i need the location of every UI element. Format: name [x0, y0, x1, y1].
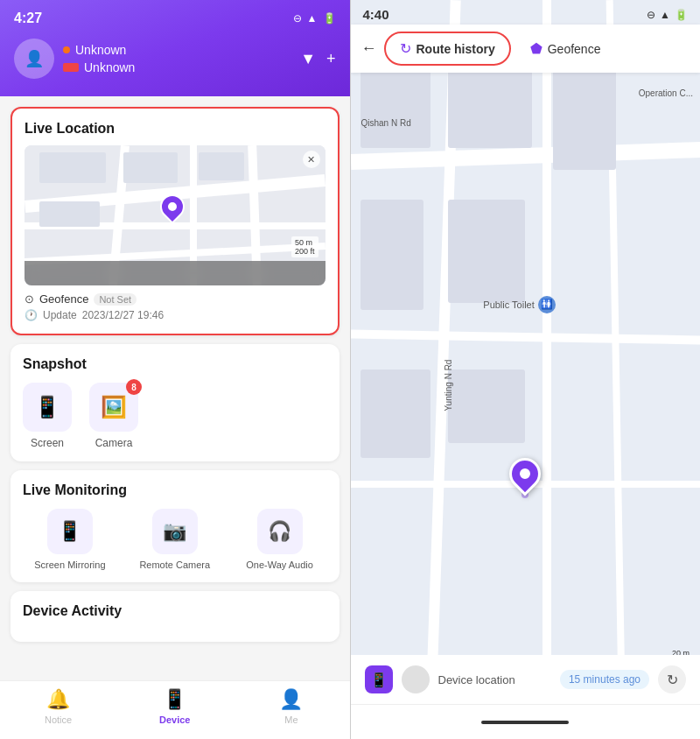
avatar[interactable]: 👤 [14, 39, 54, 79]
update-row: 🕐 Update 2023/12/27 19:46 [24, 309, 326, 321]
left-header: 4:27 ⊖ ▲ 🔋 👤 Unknown Un [0, 0, 350, 96]
me-label: Me [284, 714, 298, 725]
user-names: Unknown Unknown [63, 43, 135, 74]
device-icon-small: 📱 [365, 665, 393, 693]
live-location-card: Live Location 50 m200 ft ✕ [10, 107, 340, 335]
right-signal-icon: ⊖ [647, 9, 655, 21]
device-activity-title: Device Activity [23, 603, 327, 619]
map-block-r3 [553, 60, 616, 171]
snapshot-camera-item[interactable]: 🖼️ 8 Camera [89, 383, 138, 449]
dropdown-button[interactable]: ▼ [300, 50, 316, 68]
right-status-icons: ⊖ ▲ 🔋 [647, 9, 688, 21]
right-wifi-icon: ▲ [660, 9, 670, 21]
battery-icon: 🔋 [323, 12, 336, 25]
road-label-yunting: Yunting N Rd [444, 360, 453, 412]
live-monitoring-card: Live Monitoring 📱 Screen Mirroring 📷 Rem… [10, 470, 340, 582]
map-preview[interactable]: 50 m200 ft ✕ [24, 145, 326, 285]
remote-camera-item[interactable]: 📷 Remote Camera [128, 509, 222, 570]
user-info-row: 👤 Unknown Unknown ▼ + [14, 39, 336, 79]
device-label: Device [159, 714, 190, 725]
snapshot-screen-label: Screen [31, 437, 64, 449]
right-bottom-bar [351, 704, 701, 739]
me-icon: 👤 [279, 688, 303, 711]
device-icon: 📱 [163, 688, 186, 711]
right-map-pin [509, 458, 541, 498]
status-bar-left: 4:27 ⊖ ▲ 🔋 [14, 11, 336, 26]
snapshot-camera-label: Camera [95, 437, 133, 449]
map-road-rh2 [351, 329, 701, 344]
geofence-tab-label: Geofence [548, 42, 601, 56]
map-block [39, 152, 106, 183]
user-name-row-2: Unknown [63, 60, 135, 74]
geofence-tab-icon: ⬟ [530, 40, 542, 57]
map-block-r5 [448, 200, 525, 303]
map-block-r4 [360, 200, 424, 311]
one-way-audio-item[interactable]: 🎧 One-Way Audio [233, 509, 327, 570]
remote-camera-label: Remote Camera [139, 560, 210, 570]
geofence-icon: ⊙ [24, 292, 34, 306]
snapshot-badge: 8 [126, 379, 142, 395]
status-dot-red [63, 63, 79, 72]
left-content: Live Location 50 m200 ft ✕ [0, 96, 350, 680]
camera-monitor-icon: 📷 [163, 520, 186, 543]
update-time: 2023/12/27 19:46 [82, 309, 164, 321]
nav-device[interactable]: 📱 Device [116, 688, 233, 725]
clock-icon: 🕐 [24, 309, 38, 321]
live-monitoring-title: Live Monitoring [23, 482, 327, 498]
screen-icon: 📱 [34, 395, 60, 419]
screen-mirroring-label: Screen Mirroring [34, 560, 105, 570]
road-label-qishan: Qishan N Rd [360, 118, 410, 128]
toilet-icon: 🚻 [538, 296, 556, 313]
user-left-group: 👤 Unknown Unknown [14, 39, 135, 79]
device-activity-card: Device Activity [10, 591, 340, 642]
route-history-tab[interactable]: ↻ Route history [384, 32, 511, 66]
refresh-button[interactable]: ↻ [658, 665, 686, 693]
right-status-bar: 4:40 ⊖ ▲ 🔋 [351, 0, 701, 25]
toilet-marker: Public Toilet 🚻 [483, 296, 556, 313]
route-history-icon: ↻ [400, 40, 411, 57]
left-panel: 4:27 ⊖ ▲ 🔋 👤 Unknown Un [0, 0, 350, 739]
update-label: Update [43, 309, 77, 321]
notice-icon: 🔔 [46, 688, 70, 711]
map-block-r6 [360, 370, 430, 458]
snapshot-screen-icon-wrap: 📱 [23, 383, 72, 432]
camera-icon: 🖼️ [101, 395, 127, 419]
wifi-icon: ▲ [307, 12, 318, 25]
home-indicator [481, 721, 569, 724]
time-display: 4:27 [14, 11, 42, 26]
snapshot-screen-item[interactable]: 📱 Screen [23, 383, 72, 449]
map-blur-bar [24, 261, 326, 285]
device-location-label: Device location [438, 673, 551, 686]
close-button[interactable]: ✕ [303, 151, 320, 168]
add-button[interactable]: + [326, 50, 336, 68]
map-road-rv2 [542, 0, 551, 739]
snapshot-card: Snapshot 📱 Screen 🖼️ 8 Camera [10, 344, 340, 461]
nav-me[interactable]: 👤 Me [233, 688, 349, 725]
back-button[interactable]: ← [361, 36, 384, 61]
bottom-nav: 🔔 Notice 📱 Device 👤 Me [0, 680, 350, 739]
monitoring-grid: 📱 Screen Mirroring 📷 Remote Camera 🎧 One… [23, 509, 327, 570]
user-name-2: Unknown [84, 60, 135, 74]
map-block [199, 152, 244, 180]
status-dot-orange [63, 46, 70, 53]
nav-notice[interactable]: 🔔 Notice [0, 688, 116, 725]
right-nav-bar: ← ↻ Route history ⬟ Geofence [351, 25, 701, 73]
geofence-tab[interactable]: ⬟ Geofence [518, 33, 613, 64]
device-avatar [402, 665, 430, 693]
toilet-label: Public Toilet [483, 299, 535, 310]
screen-mirroring-icon: 📱 [47, 509, 93, 554]
time-ago-badge: 15 minutes ago [560, 670, 649, 689]
snapshot-grid: 📱 Screen 🖼️ 8 Camera [23, 383, 327, 449]
user-name-row-1: Unknown [63, 43, 135, 57]
route-history-label: Route history [416, 42, 495, 56]
right-bottom-panel: 📱 Device location 15 minutes ago ↻ [351, 655, 701, 704]
screen-mirroring-item[interactable]: 📱 Screen Mirroring [23, 509, 117, 570]
device-location-row: 📱 Device location 15 minutes ago ↻ [365, 665, 687, 693]
live-location-title: Live Location [24, 121, 326, 137]
geofence-label[interactable]: Geofence [39, 292, 88, 306]
right-panel: Qishan N Rd Yunting N Rd Dajia Internati… [351, 0, 701, 739]
one-way-audio-icon: 🎧 [257, 509, 303, 554]
right-map[interactable]: Qishan N Rd Yunting N Rd Dajia Internati… [351, 0, 701, 739]
map-scale: 50 m200 ft [291, 236, 318, 257]
avatar-icon: 👤 [24, 49, 44, 68]
